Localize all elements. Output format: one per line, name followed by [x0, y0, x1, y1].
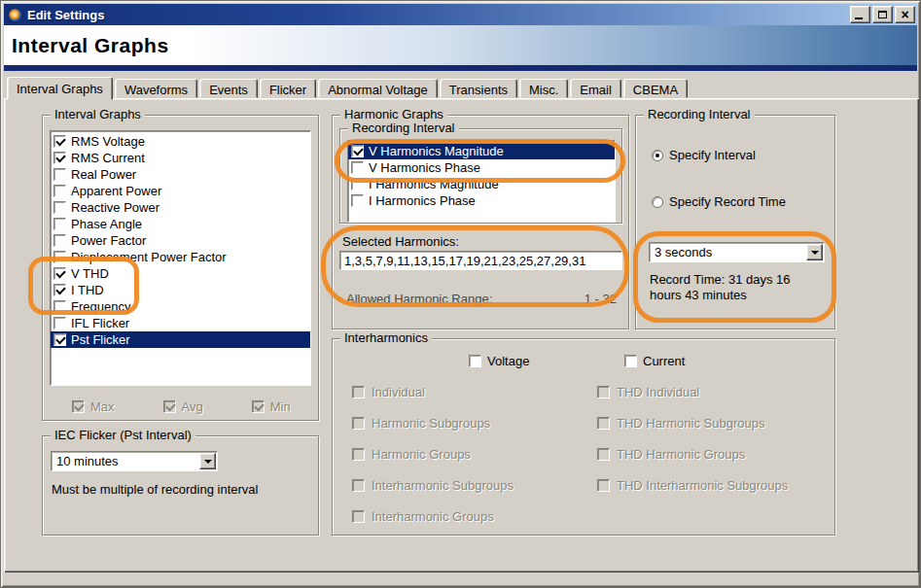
tab[interactable]: Transients: [440, 79, 517, 98]
option-label: V Harmonics Magnitude: [369, 144, 504, 158]
radio-icon[interactable]: [652, 150, 663, 161]
checkbox[interactable]: [351, 161, 364, 174]
header-divider: [4, 65, 917, 71]
checkbox[interactable]: [53, 168, 66, 181]
checkbox[interactable]: [624, 355, 637, 367]
interval-graph-row[interactable]: I THD: [51, 282, 310, 298]
interval-dropdown[interactable]: 3 seconds: [649, 242, 825, 262]
checkbox: [597, 417, 610, 430]
interval-graph-row[interactable]: Power Factor: [51, 232, 310, 249]
thd-option-row: THD Interharmonic Subgroups: [597, 469, 788, 501]
checkbox[interactable]: [53, 185, 66, 197]
tab-label: Waveforms: [124, 83, 188, 97]
checkbox[interactable]: [53, 234, 66, 247]
minimize-button[interactable]: [850, 6, 870, 23]
checkbox[interactable]: [53, 135, 66, 148]
tab[interactable]: Events: [199, 79, 258, 98]
interval-graph-row[interactable]: IFL Flicker: [51, 315, 310, 331]
option-label: THD Harmonic Subgroups: [617, 416, 764, 431]
option-label: IFL Flicker: [71, 316, 129, 330]
option-label: Displacement Power Factor: [71, 250, 227, 264]
checkbox[interactable]: [351, 145, 364, 157]
interval-graph-row[interactable]: RMS Current: [51, 150, 310, 166]
tab[interactable]: Misc.: [519, 79, 568, 98]
specify-interval-radio[interactable]: Specify Interval: [652, 148, 756, 162]
option-label: RMS Voltage: [71, 134, 145, 149]
interval-graph-row[interactable]: Pst Flicker: [51, 331, 310, 348]
interharmonic-option-row: Individual: [352, 376, 514, 407]
checkbox: [352, 448, 365, 461]
checkbox[interactable]: [53, 317, 66, 329]
interval-graph-row[interactable]: V THD: [51, 265, 310, 282]
harmonic-graph-row[interactable]: V Harmonics Magnitude: [348, 143, 615, 159]
specify-record-time-radio[interactable]: Specify Record Time: [652, 194, 786, 209]
tab-strip: Interval Graphs Waveforms Events Flicker…: [7, 77, 690, 98]
current-checkbox-row[interactable]: Current: [624, 354, 685, 368]
tab[interactable]: Flicker: [260, 79, 316, 98]
checkbox[interactable]: [53, 300, 66, 313]
checkbox: [352, 417, 365, 430]
option-label: I Harmonics Magnitude: [369, 177, 499, 191]
dropdown-button[interactable]: [806, 244, 823, 260]
voltage-checkbox-row[interactable]: Voltage: [469, 354, 529, 368]
checkbox[interactable]: [351, 194, 364, 207]
interval-graph-row[interactable]: Real Power: [51, 166, 310, 183]
option-label: Pst Flicker: [71, 332, 130, 347]
radio-icon[interactable]: [652, 196, 663, 208]
allowed-harmonic-range: Allowed Harmonic Range: 1 - 32: [346, 292, 617, 306]
interval-graph-row[interactable]: RMS Voltage: [51, 133, 310, 150]
tab[interactable]: CBEMA: [623, 79, 688, 98]
option-label: Reactive Power: [71, 200, 159, 215]
selected-harmonics-input[interactable]: 1,3,5,7,9,11,13,15,17,19,21,23,25,27,29,…: [339, 251, 622, 270]
interval-graph-row[interactable]: Phase Angle: [51, 216, 310, 232]
harmonic-graphs-group: Harmonic Graphs Recording Interval V Har…: [332, 115, 629, 329]
checkbox[interactable]: [53, 284, 66, 296]
checkbox[interactable]: [469, 355, 481, 367]
checkbox[interactable]: [53, 152, 66, 164]
option-label: THD Harmonic Groups: [617, 447, 745, 462]
close-button[interactable]: ×: [895, 6, 915, 23]
interval-graph-row[interactable]: Frequency: [51, 298, 310, 315]
checkbox[interactable]: [351, 178, 364, 190]
harmonic-graph-row[interactable]: V Harmonics Phase: [348, 159, 615, 176]
title-bar[interactable]: Edit Settings ×: [4, 4, 917, 25]
harmonic-graph-row[interactable]: I Harmonics Phase: [348, 192, 615, 209]
tab[interactable]: Interval Graphs: [7, 77, 113, 100]
maximize-icon: [878, 11, 887, 18]
chevron-down-icon: [204, 460, 212, 464]
checkbox: [72, 400, 85, 413]
maximize-button[interactable]: [872, 6, 893, 23]
group-label: Interval Graphs: [51, 108, 145, 121]
thd-option-row: THD Harmonic Subgroups: [597, 407, 788, 438]
tab[interactable]: Email: [570, 79, 621, 98]
iec-flicker-note: Must be multiple of recording interval: [52, 482, 258, 497]
option-label: RMS Current: [71, 151, 145, 165]
tab-label: Misc.: [529, 83, 558, 97]
selected-harmonics-label: Selected Harmonics:: [342, 234, 459, 249]
interval-graphs-list[interactable]: RMS Voltage RMS Current Real Power Appar…: [50, 130, 311, 386]
harmonic-graphs-list[interactable]: V Harmonics Magnitude V Harmonics Phase …: [347, 140, 616, 223]
harmonic-graph-row[interactable]: I Harmonics Magnitude: [348, 176, 615, 192]
dropdown-value: 3 seconds: [650, 245, 806, 259]
interharmonics-group: Interharmonics Voltage Current Individua…: [332, 338, 835, 536]
interval-graph-row[interactable]: Apparent Power: [51, 183, 310, 199]
option-label: Interharmonic Groups: [372, 509, 494, 524]
interval-graph-row[interactable]: Reactive Power: [51, 199, 310, 216]
checkbox[interactable]: [53, 218, 66, 230]
checkbox[interactable]: [53, 333, 66, 346]
pst-interval-dropdown[interactable]: 10 minutes: [51, 451, 218, 471]
checkbox: [597, 386, 610, 398]
interharmonic-option-row: Interharmonic Groups: [352, 501, 514, 532]
dropdown-button[interactable]: [199, 453, 216, 469]
option-label: Real Power: [71, 167, 136, 182]
tab[interactable]: Waveforms: [115, 79, 197, 98]
checkbox[interactable]: [53, 267, 66, 280]
aggregate-label: Max: [90, 399, 115, 414]
interval-graph-row[interactable]: Displacement Power Factor: [51, 249, 310, 265]
group-label: Interharmonics: [340, 331, 432, 345]
option-label: Apparent Power: [71, 184, 161, 198]
allowed-range-label: Allowed Harmonic Range:: [346, 292, 492, 306]
tab[interactable]: Abnormal Voltage: [318, 79, 438, 98]
checkbox[interactable]: [53, 201, 66, 214]
checkbox[interactable]: [53, 251, 66, 263]
